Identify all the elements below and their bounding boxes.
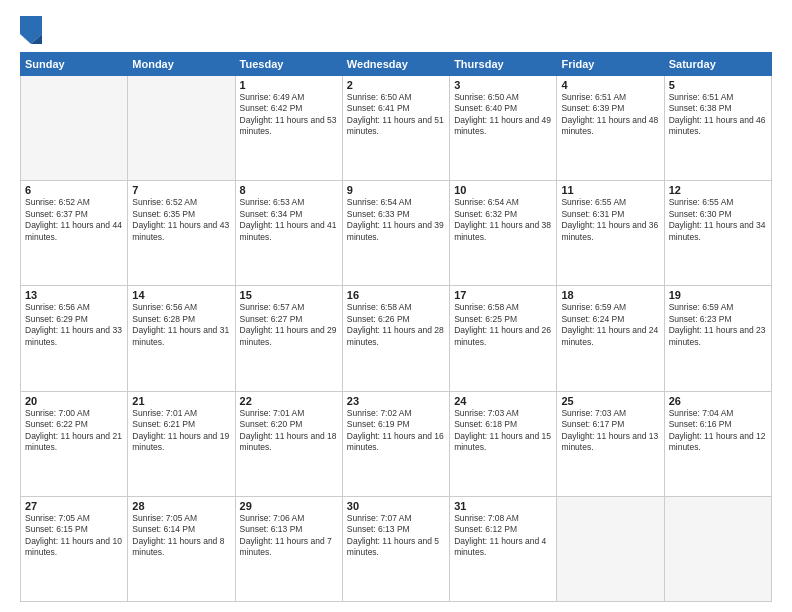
calendar-cell: 17Sunrise: 6:58 AMSunset: 6:25 PMDayligh… [450, 286, 557, 391]
day-number: 19 [669, 289, 767, 301]
calendar-cell: 23Sunrise: 7:02 AMSunset: 6:19 PMDayligh… [342, 391, 449, 496]
day-number: 24 [454, 395, 552, 407]
calendar-cell: 4Sunrise: 6:51 AMSunset: 6:39 PMDaylight… [557, 76, 664, 181]
cell-info: Sunrise: 7:06 AMSunset: 6:13 PMDaylight:… [240, 513, 338, 559]
cell-info: Sunrise: 7:03 AMSunset: 6:17 PMDaylight:… [561, 408, 659, 454]
calendar-cell: 6Sunrise: 6:52 AMSunset: 6:37 PMDaylight… [21, 181, 128, 286]
logo [20, 16, 46, 44]
cell-info: Sunrise: 7:05 AMSunset: 6:14 PMDaylight:… [132, 513, 230, 559]
weekday-header-monday: Monday [128, 53, 235, 76]
cell-info: Sunrise: 7:07 AMSunset: 6:13 PMDaylight:… [347, 513, 445, 559]
cell-info: Sunrise: 6:59 AMSunset: 6:23 PMDaylight:… [669, 302, 767, 348]
calendar-cell [557, 496, 664, 601]
cell-info: Sunrise: 6:55 AMSunset: 6:30 PMDaylight:… [669, 197, 767, 243]
week-row-3: 13Sunrise: 6:56 AMSunset: 6:29 PMDayligh… [21, 286, 772, 391]
calendar-cell: 11Sunrise: 6:55 AMSunset: 6:31 PMDayligh… [557, 181, 664, 286]
calendar-cell: 8Sunrise: 6:53 AMSunset: 6:34 PMDaylight… [235, 181, 342, 286]
calendar-cell: 9Sunrise: 6:54 AMSunset: 6:33 PMDaylight… [342, 181, 449, 286]
day-number: 5 [669, 79, 767, 91]
calendar-cell: 22Sunrise: 7:01 AMSunset: 6:20 PMDayligh… [235, 391, 342, 496]
weekday-header-saturday: Saturday [664, 53, 771, 76]
cell-info: Sunrise: 6:50 AMSunset: 6:41 PMDaylight:… [347, 92, 445, 138]
cell-info: Sunrise: 6:58 AMSunset: 6:26 PMDaylight:… [347, 302, 445, 348]
cell-info: Sunrise: 6:52 AMSunset: 6:35 PMDaylight:… [132, 197, 230, 243]
calendar-cell [664, 496, 771, 601]
day-number: 23 [347, 395, 445, 407]
calendar-cell: 16Sunrise: 6:58 AMSunset: 6:26 PMDayligh… [342, 286, 449, 391]
weekday-header-wednesday: Wednesday [342, 53, 449, 76]
day-number: 11 [561, 184, 659, 196]
week-row-1: 1Sunrise: 6:49 AMSunset: 6:42 PMDaylight… [21, 76, 772, 181]
week-row-2: 6Sunrise: 6:52 AMSunset: 6:37 PMDaylight… [21, 181, 772, 286]
day-number: 21 [132, 395, 230, 407]
day-number: 22 [240, 395, 338, 407]
day-number: 30 [347, 500, 445, 512]
cell-info: Sunrise: 7:01 AMSunset: 6:21 PMDaylight:… [132, 408, 230, 454]
calendar-cell: 24Sunrise: 7:03 AMSunset: 6:18 PMDayligh… [450, 391, 557, 496]
weekday-header-row: SundayMondayTuesdayWednesdayThursdayFrid… [21, 53, 772, 76]
cell-info: Sunrise: 7:03 AMSunset: 6:18 PMDaylight:… [454, 408, 552, 454]
cell-info: Sunrise: 6:56 AMSunset: 6:29 PMDaylight:… [25, 302, 123, 348]
page: SundayMondayTuesdayWednesdayThursdayFrid… [0, 0, 792, 612]
cell-info: Sunrise: 6:57 AMSunset: 6:27 PMDaylight:… [240, 302, 338, 348]
cell-info: Sunrise: 7:08 AMSunset: 6:12 PMDaylight:… [454, 513, 552, 559]
cell-info: Sunrise: 6:52 AMSunset: 6:37 PMDaylight:… [25, 197, 123, 243]
cell-info: Sunrise: 6:54 AMSunset: 6:33 PMDaylight:… [347, 197, 445, 243]
calendar-cell: 14Sunrise: 6:56 AMSunset: 6:28 PMDayligh… [128, 286, 235, 391]
cell-info: Sunrise: 7:04 AMSunset: 6:16 PMDaylight:… [669, 408, 767, 454]
calendar-cell: 26Sunrise: 7:04 AMSunset: 6:16 PMDayligh… [664, 391, 771, 496]
weekday-header-tuesday: Tuesday [235, 53, 342, 76]
day-number: 25 [561, 395, 659, 407]
cell-info: Sunrise: 7:02 AMSunset: 6:19 PMDaylight:… [347, 408, 445, 454]
day-number: 16 [347, 289, 445, 301]
day-number: 14 [132, 289, 230, 301]
day-number: 10 [454, 184, 552, 196]
day-number: 18 [561, 289, 659, 301]
calendar-cell: 27Sunrise: 7:05 AMSunset: 6:15 PMDayligh… [21, 496, 128, 601]
day-number: 27 [25, 500, 123, 512]
calendar-cell [21, 76, 128, 181]
day-number: 1 [240, 79, 338, 91]
calendar-table: SundayMondayTuesdayWednesdayThursdayFrid… [20, 52, 772, 602]
day-number: 13 [25, 289, 123, 301]
cell-info: Sunrise: 6:51 AMSunset: 6:38 PMDaylight:… [669, 92, 767, 138]
calendar-cell: 28Sunrise: 7:05 AMSunset: 6:14 PMDayligh… [128, 496, 235, 601]
day-number: 29 [240, 500, 338, 512]
cell-info: Sunrise: 6:54 AMSunset: 6:32 PMDaylight:… [454, 197, 552, 243]
calendar-cell: 18Sunrise: 6:59 AMSunset: 6:24 PMDayligh… [557, 286, 664, 391]
day-number: 17 [454, 289, 552, 301]
logo-icon [20, 16, 42, 44]
day-number: 26 [669, 395, 767, 407]
calendar-cell: 19Sunrise: 6:59 AMSunset: 6:23 PMDayligh… [664, 286, 771, 391]
cell-info: Sunrise: 7:05 AMSunset: 6:15 PMDaylight:… [25, 513, 123, 559]
cell-info: Sunrise: 6:51 AMSunset: 6:39 PMDaylight:… [561, 92, 659, 138]
calendar-cell: 5Sunrise: 6:51 AMSunset: 6:38 PMDaylight… [664, 76, 771, 181]
calendar-cell: 2Sunrise: 6:50 AMSunset: 6:41 PMDaylight… [342, 76, 449, 181]
day-number: 7 [132, 184, 230, 196]
day-number: 20 [25, 395, 123, 407]
cell-info: Sunrise: 7:00 AMSunset: 6:22 PMDaylight:… [25, 408, 123, 454]
calendar-cell: 31Sunrise: 7:08 AMSunset: 6:12 PMDayligh… [450, 496, 557, 601]
calendar-cell: 10Sunrise: 6:54 AMSunset: 6:32 PMDayligh… [450, 181, 557, 286]
calendar-cell: 25Sunrise: 7:03 AMSunset: 6:17 PMDayligh… [557, 391, 664, 496]
calendar-cell: 12Sunrise: 6:55 AMSunset: 6:30 PMDayligh… [664, 181, 771, 286]
calendar-cell: 7Sunrise: 6:52 AMSunset: 6:35 PMDaylight… [128, 181, 235, 286]
cell-info: Sunrise: 6:53 AMSunset: 6:34 PMDaylight:… [240, 197, 338, 243]
cell-info: Sunrise: 6:56 AMSunset: 6:28 PMDaylight:… [132, 302, 230, 348]
calendar-cell: 13Sunrise: 6:56 AMSunset: 6:29 PMDayligh… [21, 286, 128, 391]
weekday-header-sunday: Sunday [21, 53, 128, 76]
weekday-header-friday: Friday [557, 53, 664, 76]
calendar-cell: 20Sunrise: 7:00 AMSunset: 6:22 PMDayligh… [21, 391, 128, 496]
calendar-cell [128, 76, 235, 181]
weekday-header-thursday: Thursday [450, 53, 557, 76]
cell-info: Sunrise: 6:58 AMSunset: 6:25 PMDaylight:… [454, 302, 552, 348]
week-row-4: 20Sunrise: 7:00 AMSunset: 6:22 PMDayligh… [21, 391, 772, 496]
week-row-5: 27Sunrise: 7:05 AMSunset: 6:15 PMDayligh… [21, 496, 772, 601]
calendar-cell: 15Sunrise: 6:57 AMSunset: 6:27 PMDayligh… [235, 286, 342, 391]
day-number: 15 [240, 289, 338, 301]
cell-info: Sunrise: 6:50 AMSunset: 6:40 PMDaylight:… [454, 92, 552, 138]
day-number: 12 [669, 184, 767, 196]
cell-info: Sunrise: 7:01 AMSunset: 6:20 PMDaylight:… [240, 408, 338, 454]
cell-info: Sunrise: 6:49 AMSunset: 6:42 PMDaylight:… [240, 92, 338, 138]
cell-info: Sunrise: 6:59 AMSunset: 6:24 PMDaylight:… [561, 302, 659, 348]
